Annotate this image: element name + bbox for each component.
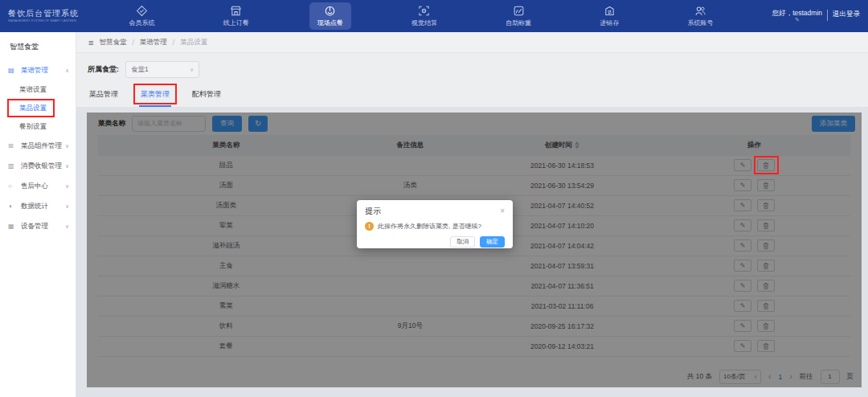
top-nav-items: 会员系统 线上订餐 现场点餐 (95, 0, 747, 32)
trash-icon (763, 162, 769, 170)
sidebar-title: 智慧食堂 (0, 32, 76, 60)
statistics-icon: ◑ (8, 203, 18, 210)
after-sales-icon: ○ (8, 182, 18, 190)
filter-panel: 所属食堂: 食堂1 ∨ 菜品管理 菜类管理 配料管理 (76, 53, 868, 108)
user-block: 您好，testadmin ✎ 退出登录 (747, 9, 868, 24)
sidebar-item-recipe-settings[interactable]: 菜谱设置 (0, 80, 76, 99)
confirm-button[interactable]: 确定 (480, 236, 505, 248)
confirm-dialog: 提示 × ! 此操作将永久删除该菜类, 是否继续? 取消 确定 (357, 200, 513, 248)
top-navigation: 餐饮后台管理系统 MANAGEMENT SYSTEM OF SMART CANT… (0, 0, 868, 32)
sidebar-item-after-sales-center[interactable]: ○ 售后中心 ∨ (0, 176, 76, 196)
logout-button[interactable]: 退出登录 (833, 10, 860, 19)
breadcrumb-item[interactable]: 智慧食堂 (99, 38, 126, 47)
nav-item-online-order[interactable]: 线上订餐 (215, 2, 257, 30)
member-icon (136, 5, 148, 17)
sidebar-item-dish-settings[interactable]: 菜品设置 (0, 99, 76, 117)
tab-category-management[interactable]: 菜类管理 (139, 84, 171, 107)
nav-item-visual-checkout[interactable]: 视觉结算 (403, 2, 445, 30)
cashier-icon: ▥ (8, 162, 18, 170)
sidebar-item-dish-component-management[interactable]: ⊞ 菜品组件管理 ∨ (0, 136, 76, 156)
dish-component-icon: ⊞ (8, 142, 18, 149)
delete-button[interactable] (757, 159, 775, 171)
divider (827, 10, 828, 21)
chevron-down-icon: ∨ (65, 203, 69, 210)
onsite-order-icon (324, 5, 336, 17)
close-icon[interactable]: × (500, 207, 505, 215)
nav-item-inventory[interactable]: 进销存 (592, 2, 627, 30)
edit-account-icon[interactable]: ✎ (795, 17, 800, 23)
tabs: 菜品管理 菜类管理 配料管理 (76, 84, 868, 108)
sidebar-item-meal-type-settings[interactable]: 餐别设置 (0, 117, 76, 136)
breadcrumb: ≡ 智慧食堂 / 菜谱管理 / 菜品设置 (76, 32, 868, 53)
nav-item-self-weigh[interactable]: 自助称重 (497, 2, 539, 30)
system-account-icon (694, 5, 706, 17)
breadcrumb-item-current: 菜品设置 (180, 38, 207, 47)
sidebar-item-device-management[interactable]: ▦ 设备管理 ∨ (0, 216, 76, 236)
sidebar: 智慧食堂 ▤ 菜谱管理 ∧ 菜谱设置 菜品设置 餐别设置 ⊞ 菜品组件管理 ∨ … (0, 32, 76, 397)
online-order-icon (230, 5, 242, 17)
greeting-text: 您好，testadmin (772, 9, 822, 17)
app-logo: 餐饮后台管理系统 MANAGEMENT SYSTEM OF SMART CANT… (0, 6, 95, 27)
tab-ingredient-management[interactable]: 配料管理 (190, 84, 223, 107)
chevron-down-icon: ∨ (65, 223, 69, 230)
nav-item-onsite-order[interactable]: 现场点餐 (309, 2, 351, 30)
recipe-management-icon: ▤ (8, 67, 18, 74)
visual-checkout-icon (418, 5, 430, 17)
sidebar-item-data-statistics[interactable]: ◑ 数据统计 ∨ (0, 196, 76, 216)
nav-item-system-account[interactable]: 系统账号 (679, 2, 721, 30)
canteen-select[interactable]: 食堂1 ∨ (125, 61, 199, 78)
device-icon: ▦ (8, 223, 18, 230)
warning-icon: ! (365, 222, 374, 231)
chevron-down-icon: ∨ (65, 163, 69, 170)
self-weigh-icon (513, 5, 525, 17)
cancel-button[interactable]: 取消 (450, 236, 475, 248)
sidebar-item-consume-cashier-management[interactable]: ▥ 消费收银管理 ∨ (0, 156, 76, 176)
table-panel: 菜类名称 查询 ↻ 添加菜类 菜类名称 备注信息 创建时间 操作 (87, 113, 862, 387)
chevron-up-icon: ∧ (65, 68, 69, 74)
chevron-down-icon: ∨ (65, 183, 69, 190)
chevron-down-icon: ∨ (65, 143, 69, 149)
inventory-icon (604, 5, 616, 17)
chevron-down-icon: ∨ (190, 67, 194, 73)
app-root: 餐饮后台管理系统 MANAGEMENT SYSTEM OF SMART CANT… (0, 0, 868, 397)
dialog-title: 提示 (365, 206, 381, 217)
sidebar-collapse-icon[interactable]: ≡ (88, 38, 93, 47)
tab-dish-management[interactable]: 菜品管理 (88, 84, 120, 107)
app-subtitle: MANAGEMENT SYSTEM OF SMART CANTEEN (8, 18, 76, 22)
breadcrumb-item[interactable]: 菜谱管理 (140, 38, 167, 47)
dialog-message: 此操作将永久删除该菜类, 是否继续? (378, 222, 481, 231)
canteen-filter-label: 所属食堂: (88, 64, 119, 75)
nav-item-member-system[interactable]: 会员系统 (121, 2, 163, 30)
sidebar-item-recipe-management[interactable]: ▤ 菜谱管理 ∧ (0, 60, 76, 80)
modal-overlay (87, 113, 862, 387)
